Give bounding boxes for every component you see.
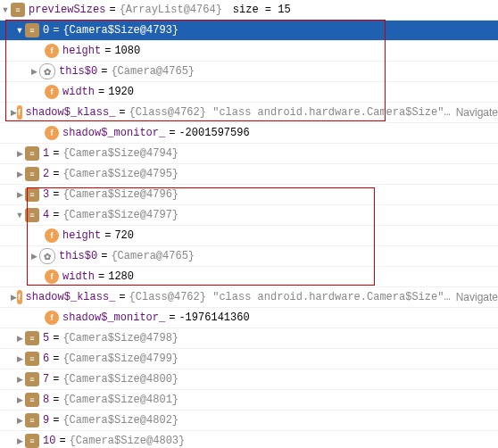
field-icon bbox=[45, 44, 59, 58]
expand-arrow-icon[interactable] bbox=[29, 252, 39, 261]
expand-arrow-icon[interactable] bbox=[29, 67, 39, 76]
field-row[interactable]: shadow$_klass_={Class@4762} "class andro… bbox=[0, 103, 498, 123]
root-row[interactable]: ≡ previewSizes = {ArrayList@4764} size =… bbox=[0, 0, 498, 21]
field-icon bbox=[45, 126, 59, 140]
expand-arrow-icon[interactable] bbox=[14, 436, 25, 445]
this-icon bbox=[39, 63, 55, 79]
expand-arrow-icon[interactable] bbox=[14, 334, 25, 343]
list-icon: ≡ bbox=[25, 413, 39, 427]
item-row[interactable]: ≡7={Camera$Size@4800} bbox=[0, 369, 498, 390]
expand-arrow-icon[interactable] bbox=[0, 5, 11, 14]
item-row[interactable]: ≡2={Camera$Size@4795} bbox=[0, 164, 498, 185]
list-icon: ≡ bbox=[25, 208, 39, 222]
field-row[interactable]: width=1280 bbox=[0, 267, 498, 287]
size-label: size = 15 bbox=[233, 4, 291, 16]
expand-arrow-icon[interactable] bbox=[14, 416, 25, 425]
expand-arrow-icon[interactable] bbox=[11, 108, 17, 117]
field-row[interactable]: shadow$_monitor_=-2001597596 bbox=[0, 123, 498, 144]
expand-arrow-icon[interactable] bbox=[11, 293, 17, 302]
field-icon bbox=[45, 311, 59, 325]
list-icon: ≡ bbox=[11, 3, 25, 17]
var-name: previewSizes bbox=[29, 4, 105, 16]
list-icon: ≡ bbox=[25, 187, 39, 202]
item-row[interactable]: ≡3={Camera$Size@4796} bbox=[0, 185, 498, 205]
field-row[interactable]: height=720 bbox=[0, 226, 498, 246]
item-row[interactable]: ≡1={Camera$Size@4794} bbox=[0, 144, 498, 164]
item-row[interactable]: ≡9={Camera$Size@4802} bbox=[0, 411, 498, 431]
item-row[interactable]: ≡10={Camera$Size@4803} bbox=[0, 431, 498, 448]
navigate-link[interactable]: Navigate bbox=[456, 291, 498, 303]
expand-arrow-icon[interactable] bbox=[14, 375, 25, 384]
field-row[interactable]: this$0={Camera@4765} bbox=[0, 62, 498, 82]
item-row[interactable]: ≡8={Camera$Size@4801} bbox=[0, 390, 498, 411]
expand-arrow-icon[interactable] bbox=[14, 354, 25, 363]
list-icon: ≡ bbox=[25, 331, 39, 345]
field-row[interactable]: width=1920 bbox=[0, 82, 498, 103]
field-icon bbox=[45, 228, 59, 243]
list-icon: ≡ bbox=[25, 146, 39, 161]
this-icon bbox=[39, 248, 55, 264]
list-icon: ≡ bbox=[25, 434, 39, 448]
expand-arrow-icon[interactable] bbox=[14, 395, 25, 404]
expand-arrow-icon[interactable] bbox=[14, 170, 25, 178]
item-row[interactable]: ≡6={Camera$Size@4799} bbox=[0, 349, 498, 369]
field-row[interactable]: shadow$_monitor_=-1976141360 bbox=[0, 308, 498, 328]
list-icon: ≡ bbox=[25, 23, 39, 37]
navigate-link[interactable]: Navigate bbox=[456, 106, 498, 119]
field-icon bbox=[17, 290, 22, 304]
field-icon bbox=[45, 85, 59, 99]
expand-arrow-icon[interactable] bbox=[14, 26, 25, 35]
field-row[interactable]: height=1080 bbox=[0, 41, 498, 62]
expand-arrow-icon[interactable] bbox=[14, 190, 25, 199]
list-icon: ≡ bbox=[25, 352, 39, 366]
list-icon: ≡ bbox=[25, 167, 39, 181]
expand-arrow-icon[interactable] bbox=[14, 211, 25, 220]
item-0-row[interactable]: ≡ 0 = {Camera$Size@4793} bbox=[0, 21, 498, 41]
field-icon bbox=[17, 105, 22, 120]
item-4-row[interactable]: ≡4={Camera$Size@4797} bbox=[0, 205, 498, 226]
field-row[interactable]: this$0={Camera@4765} bbox=[0, 246, 498, 267]
field-row[interactable]: shadow$_klass_={Class@4762} "class andro… bbox=[0, 287, 498, 308]
list-icon: ≡ bbox=[25, 372, 39, 386]
var-value: {ArrayList@4764} bbox=[120, 4, 222, 16]
item-row[interactable]: ≡5={Camera$Size@4798} bbox=[0, 328, 498, 349]
expand-arrow-icon[interactable] bbox=[14, 149, 25, 158]
field-icon bbox=[45, 270, 59, 284]
list-icon: ≡ bbox=[25, 393, 39, 407]
